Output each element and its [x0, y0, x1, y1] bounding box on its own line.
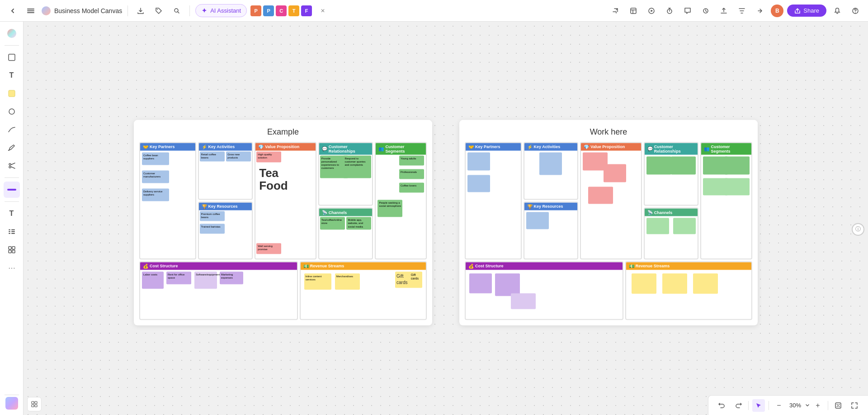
ka-note-1: Retail coffee beans — [200, 151, 225, 161]
w-customer-relationships-cell: 💬 Customer Relationships — [644, 142, 699, 206]
w-vp-note-3 — [588, 187, 613, 204]
sidebar-more-button[interactable]: ⋯ — [4, 260, 20, 276]
kp-note-3: Delivery service suppliers — [142, 188, 169, 201]
tab-icon-3[interactable]: C — [276, 5, 287, 16]
work-bmc-grid: 🤝 Key Partners ⚡ Key Ac — [459, 142, 758, 325]
back-button[interactable] — [5, 4, 20, 18]
undo-button[interactable] — [716, 399, 728, 412]
download-button[interactable] — [133, 4, 148, 18]
w-ch-note-2 — [673, 218, 696, 234]
w-key-activities-label: Key Activities — [534, 145, 561, 149]
tab-icon-5[interactable]: F — [301, 5, 312, 16]
svg-rect-16 — [9, 231, 10, 232]
svg-rect-19 — [11, 231, 15, 232]
zoom-out-button[interactable]: − — [773, 399, 785, 412]
customer-relationships-header: 💬 Customer Relationships — [319, 143, 373, 154]
work-panel[interactable]: Work here 🤝 Key Partners — [459, 120, 758, 325]
search-button[interactable] — [170, 4, 184, 18]
w-cs-note-4 — [703, 178, 728, 195]
tab-icon-1[interactable]: P — [250, 5, 261, 16]
example-panel[interactable]: Example 🤝 Key Partners Coffee bean suppl… — [134, 120, 432, 325]
zoom-in-button[interactable]: + — [811, 399, 824, 412]
redo-button[interactable] — [732, 399, 745, 412]
vp-note-1: High quality solution — [256, 151, 281, 162]
user-avatar[interactable]: B — [771, 5, 783, 17]
sidebar-divider-3 — [5, 201, 19, 202]
w-channels-cell: 📡 Channels — [644, 208, 699, 259]
play-button[interactable] — [644, 4, 659, 18]
w-key-activities-body — [524, 150, 578, 199]
tab-icon-2[interactable]: P — [263, 5, 274, 16]
sidebar-table-active-button[interactable] — [4, 182, 20, 198]
app-logo-icon — [42, 6, 51, 15]
customer-relationships-label: Customer Relationships — [329, 144, 370, 153]
revenue-streams-body: Inline content services Merchandises Gif… — [301, 270, 426, 319]
revenue-streams-header: 💵 Revenue Streams — [301, 262, 426, 270]
sidebar-divider-4 — [5, 395, 19, 395]
w-cost-structure-header: 💰 Cost Structure — [466, 262, 623, 270]
customer-segments-header: 👥 Customer Segments — [376, 143, 426, 154]
filter-button[interactable] — [735, 4, 749, 18]
tag-button[interactable] — [151, 4, 166, 18]
sidebar-pen-button[interactable] — [4, 140, 20, 156]
w-ka-note-1 — [539, 152, 562, 175]
info-icon[interactable]: ⓘ — [852, 223, 864, 236]
channels-body: Tea/coffee/online store Mobile app, webs… — [319, 216, 373, 258]
share-button[interactable]: Share — [787, 5, 826, 17]
expand-right-button[interactable] — [608, 4, 623, 18]
rev-note-1: Inline content services — [304, 273, 331, 289]
revenue-streams-label: Revenue Streams — [310, 264, 344, 268]
w-key-partners-cell: 🤝 Key Partners — [465, 142, 522, 259]
svg-rect-27 — [32, 405, 34, 407]
w-vp-note-2 — [604, 164, 626, 182]
history-button[interactable] — [698, 4, 713, 18]
sidebar-frame-button[interactable] — [4, 49, 20, 65]
cost-structure-cell: 💰 Cost Structure Labor costs Rent for of… — [139, 261, 298, 320]
top-toolbar: Business Model Canvas AI Assistant P P C… — [0, 0, 868, 22]
customer-segments-body: Young adults Professionals Coffee lovers… — [376, 154, 426, 258]
ai-assistant-button[interactable]: AI Assistant — [195, 4, 247, 17]
w-cost-note-1 — [469, 273, 492, 293]
revenue-streams-cell: 💵 Revenue Streams Inline content service… — [300, 261, 427, 320]
grid-view-button[interactable] — [27, 397, 42, 411]
sidebar-lines-button[interactable] — [4, 121, 20, 138]
sidebar-list-button[interactable] — [4, 224, 20, 240]
w-cr-note-1 — [646, 156, 671, 174]
more-tabs-button[interactable]: ✕ — [316, 4, 330, 18]
rev-note-3: Gift cardsGift cards — [395, 271, 422, 288]
sidebar-grid-button[interactable] — [4, 242, 20, 258]
dots-button[interactable] — [753, 4, 767, 18]
work-bmc-bottom-row: 💰 Cost Structure 💵 Revenue — [465, 261, 752, 320]
tab-icon-4[interactable]: T — [288, 5, 299, 16]
w-cost-structure-cell: 💰 Cost Structure — [465, 261, 623, 320]
help-button[interactable] — [848, 4, 863, 18]
fit-screen-button[interactable] — [832, 399, 844, 412]
sidebar-shapes-button[interactable] — [4, 103, 20, 120]
w-channels-label: Channels — [654, 210, 673, 214]
w-cs-note-3 — [725, 178, 750, 195]
sidebar-notes-button[interactable] — [4, 85, 20, 102]
cr-note-2: Respond to customer queries and complain… — [343, 155, 371, 178]
timer-button[interactable] — [662, 4, 677, 18]
work-title: Work here — [459, 120, 758, 142]
w-cost-structure-label: Cost Structure — [475, 264, 504, 268]
sidebar-text-button[interactable]: T — [4, 67, 20, 84]
w-rev-note-3 — [693, 273, 718, 294]
sidebar-design-button[interactable] — [4, 25, 20, 42]
comment-button[interactable] — [680, 4, 695, 18]
cursor-button[interactable] — [752, 399, 765, 412]
w-key-activities-header: ⚡ Key Activities — [524, 143, 578, 150]
upload-button[interactable] — [717, 4, 731, 18]
sidebar-scissors-button[interactable] — [4, 158, 20, 174]
sidebar-text2-button[interactable]: T — [4, 205, 20, 222]
menu-button[interactable] — [24, 4, 38, 18]
fullscreen-button[interactable] — [848, 399, 861, 412]
svg-point-12 — [9, 109, 14, 114]
notification-button[interactable] — [830, 4, 844, 18]
ch-note-2: Mobile app, website, and social media — [346, 217, 371, 230]
bt-divider-2 — [769, 401, 769, 410]
template-button[interactable] — [626, 4, 641, 18]
w-customer-segments-label: Customer Segments — [711, 144, 749, 153]
key-activities-cell: ⚡ Key Activities Retail coffee beans Gro… — [198, 142, 253, 200]
svg-rect-22 — [12, 247, 15, 249]
